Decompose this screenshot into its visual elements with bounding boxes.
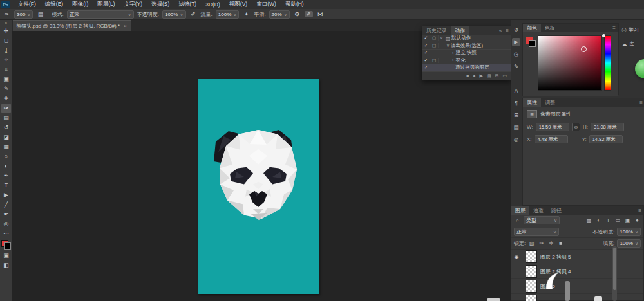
trash-icon[interactable]: ▭ <box>502 73 507 78</box>
symmetry-icon[interactable]: ⋈ <box>316 11 325 17</box>
check-icon[interactable]: ✓ <box>422 43 430 48</box>
brush-tool-icon[interactable]: ✑ <box>3 11 11 17</box>
move-tool[interactable]: ✛ <box>1 26 11 36</box>
layer-thumbnail[interactable] <box>526 295 537 301</box>
layers-scrollbar-thumb[interactable] <box>613 248 616 290</box>
lock-pixels-icon[interactable]: ✑ <box>538 241 545 246</box>
shape-tool[interactable]: ╱ <box>1 200 11 210</box>
menu-3d[interactable]: 3D(D) <box>201 1 225 8</box>
healing-brush-tool[interactable]: ✚ <box>1 94 11 104</box>
learn-panel-button[interactable]: ☉ 学习 <box>619 23 644 37</box>
tab-history[interactable]: 历史记录 <box>422 26 451 35</box>
new-group-icon[interactable]: ▤ <box>487 73 491 78</box>
menu-type[interactable]: 文字(Y) <box>120 1 147 8</box>
canvas[interactable] <box>198 79 319 294</box>
blur-tool[interactable]: ○ <box>1 152 11 161</box>
menu-layer[interactable]: 图层(L) <box>93 1 119 8</box>
panel-menu-icon[interactable]: ≡ <box>611 25 618 31</box>
brush-settings-panel-icon[interactable]: ✎ <box>512 62 520 71</box>
menu-select[interactable]: 选择(S) <box>147 1 174 8</box>
visibility-toggle[interactable] <box>511 279 522 293</box>
paragraph-panel-icon[interactable]: ¶ <box>512 99 520 107</box>
dialog-toggle-icon[interactable]: ▢ <box>430 43 439 48</box>
path-selection-tool[interactable]: ▶ <box>1 190 11 200</box>
eyedropper-tool[interactable]: ✎ <box>1 84 11 94</box>
close-icon[interactable]: × <box>124 23 127 29</box>
opacity-select[interactable]: 100% ∨ <box>162 10 186 19</box>
filter-pixel-icon[interactable]: ▦ <box>585 217 592 223</box>
expander-icon[interactable]: › <box>450 51 456 55</box>
expander-icon[interactable]: ∨ <box>439 35 444 41</box>
zoom-tool[interactable]: ◎ <box>1 219 11 229</box>
lasso-tool[interactable]: ʆ <box>1 46 11 55</box>
menu-filter[interactable]: 滤镜(T) <box>174 1 201 8</box>
panel-menu-icon[interactable]: ≡ <box>636 208 643 214</box>
layer-thumbnail[interactable] <box>526 265 537 278</box>
threed-panel-icon[interactable]: ◎ <box>512 136 520 144</box>
check-icon[interactable]: ✓ <box>422 50 430 55</box>
collapse-toolbar-icon[interactable]: » <box>5 20 8 26</box>
brush-tool[interactable]: ✑ <box>1 104 11 113</box>
layer-row[interactable]: 图层 5 <box>511 279 643 294</box>
filter-shape-icon[interactable]: ▭ <box>614 217 621 223</box>
clone-stamp-tool[interactable]: ▤ <box>1 113 11 123</box>
dialog-toggle-icon[interactable]: ▢ <box>430 35 439 41</box>
action-row[interactable]: ✓ ▢ › 羽化 <box>422 57 511 65</box>
expander-icon[interactable]: › <box>450 58 456 62</box>
menu-edit[interactable]: 编辑(E) <box>41 1 68 8</box>
layer-thumbnail[interactable] <box>526 280 537 293</box>
tab-actions[interactable]: 动作 <box>451 26 469 35</box>
tab-swatches[interactable]: 色板 <box>541 24 559 32</box>
filter-type-icon[interactable]: T <box>605 217 612 223</box>
document-tab[interactable]: 熊猫头.psd @ 33.3% (图层 2 拷贝, RGB/8#) * × <box>12 20 131 31</box>
frame-tool[interactable]: ▣ <box>1 75 11 84</box>
lock-position-icon[interactable]: ✛ <box>547 241 554 246</box>
expander-icon[interactable]: ∨ <box>445 43 451 48</box>
record-icon[interactable]: ● <box>473 73 475 78</box>
foreground-background-swatches[interactable] <box>1 240 11 250</box>
layer-row[interactable]: 图层 2 拷贝 4 <box>511 264 643 279</box>
x-field[interactable]: 4.48 厘米 <box>535 135 568 143</box>
toggle-brush-panel-icon[interactable]: ▤ <box>36 11 44 17</box>
saturation-brightness-field[interactable] <box>538 35 602 91</box>
lock-transparent-icon[interactable]: ▨ <box>528 241 535 246</box>
visibility-toggle[interactable] <box>511 294 522 301</box>
pressure-size-icon[interactable]: ✐ <box>305 11 313 17</box>
fill-select[interactable]: 100% ∨ <box>617 239 641 248</box>
layer-blend-mode-select[interactable]: 正常 ∨ <box>514 228 559 236</box>
tab-adjustments[interactable]: 调整 <box>541 98 559 107</box>
history-brush-tool[interactable]: ↺ <box>1 123 11 132</box>
filter-toggle-icon[interactable]: ● <box>634 217 641 223</box>
tab-paths[interactable]: 路径 <box>547 206 565 215</box>
collapse-icon[interactable]: « <box>497 28 504 33</box>
menu-view[interactable]: 视图(V) <box>225 1 252 8</box>
pressure-opacity-icon[interactable]: ✐ <box>189 11 198 17</box>
filter-smart-icon[interactable]: ▣ <box>624 217 631 223</box>
pen-tool[interactable]: ✒ <box>1 171 11 181</box>
tab-color[interactable]: 颜色 <box>523 24 541 32</box>
crop-tool[interactable]: ⌗ <box>1 65 11 75</box>
check-icon[interactable]: ✓ <box>422 35 430 41</box>
lock-all-icon[interactable]: ■ <box>557 241 564 246</box>
actions-panel-icon[interactable]: ▶ <box>512 38 520 46</box>
type-tool[interactable]: T <box>1 181 11 190</box>
check-icon[interactable]: ✓ <box>422 58 430 63</box>
filter-type-select[interactable]: 类型 ∨ <box>524 216 560 224</box>
libraries-panel-button[interactable]: ☁ 库 <box>619 37 644 51</box>
action-row[interactable]: ✓ ▢ ∨ 淡出效果(选区) <box>422 42 511 50</box>
flow-select[interactable]: 100% ∨ <box>216 10 240 19</box>
play-icon[interactable]: ▶ <box>479 73 482 78</box>
history-panel-icon[interactable]: ↺ <box>512 26 520 34</box>
background-color-swatch[interactable] <box>529 40 536 47</box>
gradient-tool[interactable]: ▦ <box>1 142 11 152</box>
menu-window[interactable]: 窗口(W) <box>252 1 281 8</box>
check-icon[interactable]: ✓ <box>422 65 430 70</box>
hue-slider-knob[interactable] <box>602 34 605 37</box>
character-panel-icon[interactable]: A <box>512 87 520 95</box>
layer-name[interactable]: 图层 2 拷贝 5 <box>540 253 571 260</box>
hand-tool[interactable]: ☛ <box>1 210 11 219</box>
tab-properties[interactable]: 属性 <box>523 98 541 107</box>
brush-preset-picker[interactable]: 300 ∨ <box>14 10 33 19</box>
marquee-tool[interactable]: ◻ <box>1 36 11 46</box>
new-action-icon[interactable]: ⊞ <box>495 73 499 78</box>
